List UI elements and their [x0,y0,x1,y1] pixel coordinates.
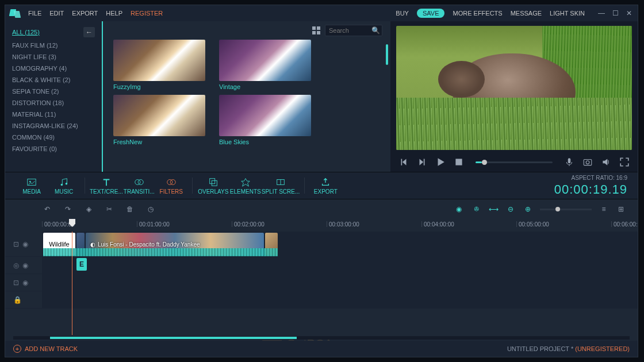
prev-frame-icon[interactable] [398,157,409,167]
snapshot-icon[interactable] [582,157,593,167]
track-body[interactable]: Wildlife ◐Luis Fonsi - Despacito ft. Dad… [42,232,638,256]
search-input[interactable] [329,27,369,34]
category-item[interactable]: NIGHT LIFE (3) [5,51,102,63]
category-item[interactable]: INSTAGRAM-LIKE (24) [5,120,102,132]
fit-icon[interactable]: ⟷ [488,204,499,214]
tool-overlays[interactable]: OVERLAYS [197,177,229,195]
app-logo [10,8,20,18]
timeline-scrollbar[interactable] [13,336,630,340]
svg-rect-2 [584,160,592,165]
thumb-label: Vintage [219,83,311,90]
grid-view-icon[interactable] [312,26,320,34]
gallery-scrollbar[interactable] [386,44,388,65]
audio-mixer-icon[interactable]: ꔮ [471,204,481,214]
svg-point-9 [138,179,143,184]
preview-seek-slider[interactable] [476,161,553,163]
menu-light-skin[interactable]: LIGHT SKIN [550,10,585,17]
stop-icon[interactable] [454,157,464,167]
next-frame-icon[interactable] [417,157,427,167]
list-icon[interactable]: ≡ [599,204,609,214]
track-body[interactable]: E [42,257,638,274]
speed-icon[interactable]: ◷ [145,204,156,214]
category-item[interactable]: BLACK & WHITE (2) [5,74,102,86]
grid-icon[interactable]: ⊞ [616,204,626,214]
undo-icon[interactable]: ↶ [42,204,52,214]
category-item[interactable]: LOMOGRAPHY (4) [5,63,102,74]
filter-gallery: 🔍 FuzzyImgVintageFreshNewBlue Skies [103,21,390,172]
tool-music[interactable]: MUSIC [48,177,80,195]
svg-rect-13 [212,180,217,186]
category-item[interactable]: FAVOURITE (0) [5,143,102,155]
tool-split-screen[interactable]: SPLIT SCRE... [262,177,300,195]
back-button[interactable]: ← [83,27,95,37]
filter-thumb[interactable]: Blue Skies [219,95,311,145]
tool-media[interactable]: MEDIA [16,177,48,195]
menu-edit[interactable]: EDIT [49,10,64,17]
clip-effect[interactable]: E [76,258,87,271]
elements-icon [240,177,251,187]
save-button[interactable]: SAVE [417,9,445,18]
plus-icon: + [13,345,21,353]
category-item[interactable]: MATERIAL (11) [5,109,102,120]
timeline-tracks: ⊡◉ Wildlife ◐Luis Fonsi - Despacito ft. … [5,232,638,335]
menu-file[interactable]: FILE [28,10,41,17]
thumb-label: FreshNew [113,138,205,145]
tool-transitions[interactable]: TRANSITI... [123,177,155,195]
media-icon [26,177,37,187]
add-track-button[interactable]: + ADD NEW TRACK [13,345,78,353]
tool-export[interactable]: EXPORT [309,177,342,195]
close-icon[interactable]: ✕ [625,9,633,17]
menu-export[interactable]: EXPORT [72,10,98,17]
thumb-image [219,40,311,81]
zoom-slider[interactable] [540,209,592,210]
zoom-in-icon[interactable]: ⊕ [523,204,533,214]
menu-buy[interactable]: BUY [396,10,409,17]
volume-icon[interactable] [601,157,611,167]
svg-point-7 [66,182,68,184]
category-all[interactable]: ALL (125) [12,29,40,36]
main-toolbar: MEDIA MUSIC TEXT/CRE... TRANSITI... FILT… [5,172,638,199]
render-icon[interactable]: ◉ [454,204,464,214]
menu-register[interactable]: REGISTER [131,10,163,17]
playhead[interactable] [72,232,72,335]
minimize-icon[interactable]: — [597,9,605,17]
aspect-ratio-label: ASPECT RATIO: 16:9 [554,175,627,181]
mic-icon[interactable] [564,157,574,167]
svg-point-8 [135,179,140,184]
overlays-icon [208,177,218,187]
redo-icon[interactable]: ↷ [63,204,73,214]
eye-icon[interactable]: ◉ [22,279,28,287]
marker-icon[interactable]: ◈ [83,204,94,214]
menu-help[interactable]: HELP [106,10,122,17]
filter-thumb[interactable]: FreshNew [113,95,205,145]
thumb-image [113,40,205,81]
category-sidebar: ALL (125) ← FAUX FILM (12)NIGHT LIFE (3)… [5,21,103,172]
tool-text[interactable]: TEXT/CRE... [90,177,123,195]
category-item[interactable]: DISTORTION (18) [5,97,102,109]
lock-icon[interactable]: 🔒 [13,296,22,304]
search-box[interactable]: 🔍 [325,25,382,36]
text-icon [101,177,112,187]
category-item[interactable]: FAUX FILM (12) [5,40,102,51]
menu-more-effects[interactable]: MORE EFFECTS [453,10,502,17]
maximize-icon[interactable]: ☐ [611,9,619,17]
eye-icon[interactable]: ◉ [22,261,28,269]
delete-icon[interactable]: 🗑 [125,204,135,214]
timeline-ruler[interactable]: 00:00:00:0000:01:00:0000:02:00:0000:03:0… [5,219,638,232]
overlay-track: ⊡◉ [5,274,638,291]
filter-thumb[interactable]: FuzzyImg [113,40,205,90]
fullscreen-icon[interactable] [619,157,630,167]
category-item[interactable]: COMMON (49) [5,132,102,143]
track-body[interactable] [42,274,638,291]
menu-message[interactable]: MESSAGE [511,10,542,17]
category-item[interactable]: SEPIA TONE (2) [5,86,102,97]
cut-icon[interactable]: ✂ [104,204,114,214]
play-icon[interactable] [435,157,446,167]
tool-elements[interactable]: ELEMENTS [229,177,262,195]
zoom-out-icon[interactable]: ⊖ [505,204,516,214]
track-body[interactable] [42,291,638,308]
filter-thumb[interactable]: Vintage [219,40,311,90]
eye-icon[interactable]: ◉ [22,240,28,248]
tool-filters[interactable]: FILTERS [155,177,187,195]
svg-rect-12 [209,178,214,183]
